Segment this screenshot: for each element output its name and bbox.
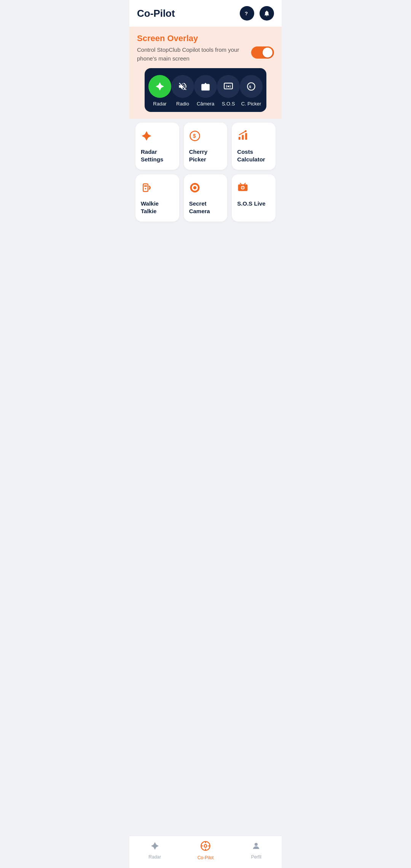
svg-point-10 bbox=[245, 130, 247, 132]
svg-point-18 bbox=[242, 187, 244, 188]
svg-rect-8 bbox=[242, 135, 244, 140]
bottom-nav: Radar Co-Pilot Perfil bbox=[129, 836, 282, 868]
svg-rect-7 bbox=[239, 137, 241, 140]
toolbar-cpicker-label: C. Picker bbox=[241, 101, 261, 107]
radio-toolbar-icon bbox=[178, 81, 188, 91]
sos-live-icon bbox=[237, 182, 249, 196]
overlay-toggle[interactable] bbox=[251, 46, 274, 59]
svg-rect-9 bbox=[245, 133, 247, 140]
cards-grid: Radar Settings $ Cherry Picker bbox=[135, 123, 276, 222]
svg-rect-12 bbox=[144, 185, 147, 187]
nav-copilot-icon bbox=[200, 841, 211, 854]
mini-toolbar: Radar Radio Câmera bbox=[145, 68, 266, 112]
toolbar-item-cpicker[interactable]: $ C. Picker bbox=[240, 75, 263, 107]
toolbar-radar-label: Radar bbox=[153, 101, 166, 107]
cards-section: Radar Settings $ Cherry Picker bbox=[129, 119, 282, 836]
costs-calculator-icon bbox=[237, 130, 249, 144]
toolbar-radar-icon-circle bbox=[148, 75, 171, 98]
svg-line-15 bbox=[240, 183, 242, 185]
toolbar-sos-label: S.O.S bbox=[222, 101, 235, 107]
svg-text:?: ? bbox=[245, 11, 248, 16]
help-button[interactable]: ? bbox=[240, 6, 254, 21]
card-cherry-picker-label: Cherry Picker bbox=[189, 148, 222, 163]
card-sos-live[interactable]: S.O.S Live bbox=[232, 174, 276, 222]
sos-toolbar-icon bbox=[223, 81, 233, 91]
svg-point-26 bbox=[255, 843, 258, 846]
nav-perfil-icon bbox=[252, 841, 261, 853]
cherry-picker-icon: $ bbox=[189, 130, 201, 144]
svg-rect-11 bbox=[143, 184, 148, 191]
secret-camera-icon bbox=[189, 182, 201, 196]
toolbar-item-radar[interactable]: Radar bbox=[148, 75, 171, 107]
radar-settings-icon bbox=[141, 130, 152, 144]
svg-point-21 bbox=[205, 845, 207, 847]
svg-point-2 bbox=[228, 86, 229, 87]
card-walkie-talkie-label: Walkie Talkie bbox=[141, 200, 174, 215]
toolbar-radio-label: Radio bbox=[176, 101, 189, 107]
cpicker-toolbar-icon: $ bbox=[246, 81, 256, 91]
card-sos-live-label: S.O.S Live bbox=[237, 200, 265, 207]
nav-item-copilot[interactable]: Co-Pilot bbox=[180, 841, 231, 860]
nav-radar-label: Radar bbox=[148, 854, 161, 860]
overlay-toggle-container bbox=[251, 46, 274, 59]
toolbar-camera-icon-circle bbox=[194, 75, 217, 98]
card-radar-settings[interactable]: Radar Settings bbox=[135, 123, 179, 170]
card-cherry-picker[interactable]: $ Cherry Picker bbox=[184, 123, 228, 170]
help-icon: ? bbox=[244, 10, 250, 17]
toolbar-item-sos[interactable]: S.O.S bbox=[217, 75, 240, 107]
card-walkie-talkie[interactable]: Walkie Talkie bbox=[135, 174, 179, 222]
app-title: Co-Pilot bbox=[137, 8, 175, 19]
app-header: Co-Pilot ? bbox=[129, 0, 282, 27]
overlay-description: Control StopClub Copilot tools from your… bbox=[137, 46, 247, 63]
camera-toolbar-icon bbox=[201, 81, 210, 91]
radar-toolbar-icon bbox=[155, 81, 165, 91]
toolbar-camera-label: Câmera bbox=[197, 101, 214, 107]
toolbar-sos-icon-circle bbox=[217, 75, 240, 98]
nav-perfil-label: Perfil bbox=[251, 854, 261, 860]
bell-icon bbox=[263, 10, 270, 17]
svg-text:$: $ bbox=[249, 85, 252, 89]
toolbar-radio-icon-circle bbox=[171, 75, 194, 98]
card-costs-calculator[interactable]: Costs Calculator bbox=[232, 123, 276, 170]
toolbar-item-camera[interactable]: Câmera bbox=[194, 75, 217, 107]
toolbar-cpicker-icon-circle: $ bbox=[240, 75, 263, 98]
nav-copilot-label: Co-Pilot bbox=[198, 855, 214, 860]
svg-line-16 bbox=[244, 183, 246, 185]
nav-item-perfil[interactable]: Perfil bbox=[231, 841, 282, 860]
notification-button[interactable] bbox=[260, 6, 274, 21]
header-actions: ? bbox=[240, 6, 274, 21]
card-radar-settings-label: Radar Settings bbox=[141, 148, 174, 163]
card-secret-camera-label: Secret Camera bbox=[189, 200, 222, 215]
nav-radar-icon bbox=[150, 841, 159, 853]
toolbar-item-radio[interactable]: Radio bbox=[171, 75, 194, 107]
card-costs-calculator-label: Costs Calculator bbox=[237, 148, 270, 163]
overlay-banner: Screen Overlay Control StopClub Copilot … bbox=[129, 27, 282, 119]
card-secret-camera[interactable]: Secret Camera bbox=[184, 174, 228, 222]
walkie-talkie-icon bbox=[141, 182, 152, 196]
svg-point-13 bbox=[145, 188, 147, 190]
nav-item-radar[interactable]: Radar bbox=[129, 841, 180, 860]
overlay-desc-row: Control StopClub Copilot tools from your… bbox=[137, 46, 274, 63]
svg-text:$: $ bbox=[193, 133, 196, 139]
overlay-title: Screen Overlay bbox=[137, 34, 274, 43]
